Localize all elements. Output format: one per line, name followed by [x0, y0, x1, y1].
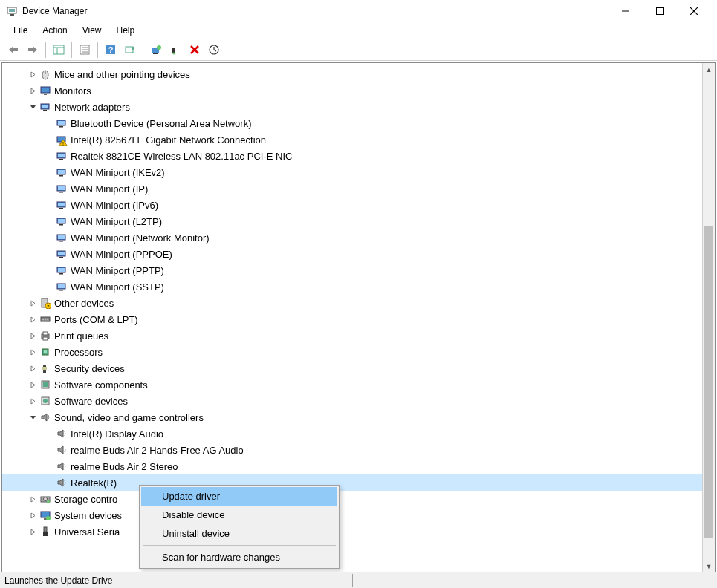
expand-icon[interactable]	[27, 526, 38, 537]
tree-node-label: Realtek 8821CE Wireless LAN 802.11ac PCI…	[71, 151, 292, 162]
expand-icon[interactable]	[27, 330, 38, 341]
tree-node[interactable]: Ports (COM & LPT)	[2, 311, 715, 327]
tree-node[interactable]: realme Buds Air 2 Hands-Free AG Audio	[2, 442, 715, 458]
no-expander	[44, 151, 54, 161]
svg-rect-30	[41, 87, 50, 93]
tree-node[interactable]: Universal Seria	[2, 523, 715, 540]
expand-icon[interactable]	[27, 298, 38, 308]
forward-button[interactable]	[24, 41, 42, 59]
tree-node[interactable]: Software components	[2, 376, 715, 393]
no-expander	[44, 118, 54, 128]
svg-rect-61	[58, 252, 65, 255]
expand-icon[interactable]	[27, 363, 38, 373]
tree-node[interactable]: Realtek(R)	[2, 474, 715, 491]
tree-node[interactable]: realme Buds Air 2 Stereo	[2, 458, 715, 474]
tree-node[interactable]: !Intel(R) 82567LF Gigabit Network Connec…	[2, 131, 715, 148]
tree-node[interactable]: Print queues	[2, 327, 715, 344]
menubar: File Action View Help	[0, 22, 717, 39]
expand-icon[interactable]	[27, 510, 38, 520]
svg-point-74	[47, 318, 48, 320]
menu-view[interactable]: View	[75, 24, 109, 37]
expand-icon[interactable]	[27, 69, 38, 79]
svg-rect-34	[42, 105, 48, 108]
tree-node[interactable]: Bluetooth Device (Personal Area Network)	[2, 115, 715, 131]
svg-rect-49	[58, 186, 65, 190]
tree-node[interactable]: Intel(R) Display Audio	[2, 425, 715, 442]
expand-icon[interactable]	[27, 85, 38, 96]
properties-button[interactable]	[76, 41, 94, 59]
close-button[interactable]	[677, 0, 711, 22]
svg-rect-45	[59, 175, 63, 177]
scroll-up-arrow[interactable]: ▲	[703, 63, 715, 76]
tree-node[interactable]: Storage contro	[2, 491, 715, 507]
tree-node[interactable]: WAN Miniport (PPPOE)	[2, 246, 715, 262]
svg-rect-66	[59, 290, 63, 291]
scroll-down-arrow[interactable]: ▼	[703, 560, 715, 572]
tree-node[interactable]: Software devices	[2, 393, 715, 409]
context-menu-item[interactable]: Disable device	[141, 506, 337, 524]
device-tree[interactable]: Mice and other pointing devicesMonitorsN…	[2, 63, 715, 572]
svg-rect-83	[43, 382, 48, 387]
vertical-scrollbar[interactable]: ▲ ▼	[702, 63, 715, 572]
svg-point-24	[173, 52, 175, 54]
svg-rect-8	[28, 48, 33, 51]
tree-node[interactable]: Mice and other pointing devices	[2, 66, 715, 82]
tree-node[interactable]: WAN Miniport (IPv6)	[2, 197, 715, 213]
back-button[interactable]	[4, 41, 22, 59]
tree-node[interactable]: WAN Miniport (IP)	[2, 180, 715, 197]
net-icon	[56, 117, 68, 129]
net-icon	[39, 101, 51, 113]
expand-icon[interactable]	[27, 347, 38, 357]
tree-node[interactable]: Network adapters	[2, 99, 715, 115]
show-hide-console-button[interactable]	[50, 41, 68, 59]
net-icon	[56, 166, 68, 178]
expand-icon[interactable]	[27, 494, 38, 504]
tree-node-label: WAN Miniport (PPPOE)	[71, 249, 172, 260]
minimize-button[interactable]	[609, 0, 643, 22]
collapse-icon[interactable]	[27, 412, 38, 422]
tree-node[interactable]: WAN Miniport (PPTP)	[2, 262, 715, 278]
context-menu-item[interactable]: Update driver	[141, 487, 337, 506]
svg-rect-7	[13, 48, 18, 51]
net-icon	[56, 248, 68, 260]
tree-node[interactable]: WAN Miniport (L2TP)	[2, 213, 715, 229]
expand-icon[interactable]	[27, 379, 38, 390]
scroll-thumb[interactable]	[704, 226, 713, 538]
tree-node[interactable]: WAN Miniport (IKEv2)	[2, 164, 715, 180]
tree-node-label: WAN Miniport (Network Monitor)	[71, 232, 210, 244]
toolbar: ?	[0, 39, 717, 61]
collapse-icon[interactable]	[27, 102, 38, 112]
no-expander	[44, 216, 54, 226]
enable-button[interactable]	[205, 41, 223, 59]
context-menu-item[interactable]: Uninstall device	[141, 524, 337, 543]
no-expander	[44, 428, 54, 439]
net-icon	[56, 232, 68, 244]
tree-node[interactable]: Realtek 8821CE Wireless LAN 802.11ac PCI…	[2, 148, 715, 164]
update-driver-button[interactable]	[147, 41, 165, 59]
svg-point-19	[132, 47, 134, 50]
tree-node[interactable]: System devices	[2, 507, 715, 523]
no-expander	[44, 461, 54, 471]
expand-icon[interactable]	[27, 396, 38, 406]
tree-node-label: Software devices	[54, 396, 128, 407]
expand-icon[interactable]	[27, 314, 38, 324]
tree-node[interactable]: WAN Miniport (Network Monitor)	[2, 229, 715, 246]
tree-node[interactable]: WAN Miniport (SSTP)	[2, 278, 715, 295]
net-warn-icon: !	[56, 134, 68, 146]
menu-file[interactable]: File	[6, 24, 35, 37]
no-expander	[44, 134, 54, 145]
help-button[interactable]: ?	[102, 41, 120, 59]
uninstall-button[interactable]	[166, 41, 184, 59]
context-menu-item[interactable]: Scan for hardware changes	[141, 548, 337, 566]
tree-node[interactable]: Monitors	[2, 82, 715, 99]
maximize-button[interactable]	[643, 0, 677, 22]
tree-node[interactable]: Security devices	[2, 360, 715, 376]
menu-action[interactable]: Action	[35, 24, 74, 37]
tree-node[interactable]: Processors	[2, 344, 715, 360]
menu-help[interactable]: Help	[109, 24, 143, 37]
svg-point-91	[46, 516, 51, 520]
scan-hardware-button[interactable]	[121, 41, 139, 59]
tree-node[interactable]: ?Other devices	[2, 295, 715, 311]
tree-node[interactable]: Sound, video and game controllers	[2, 409, 715, 425]
disable-button[interactable]	[186, 41, 204, 59]
